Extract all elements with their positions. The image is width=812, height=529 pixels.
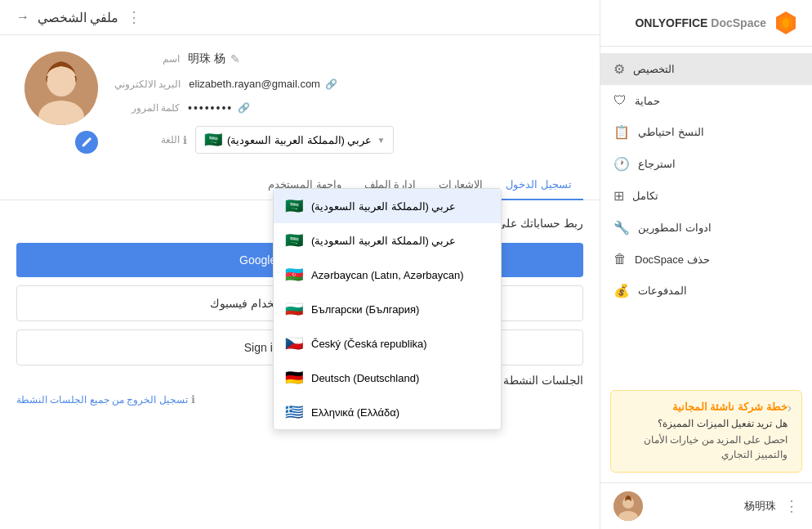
lang-flag: 🇸🇦 <box>204 131 222 149</box>
lang-flag-de: 🇩🇪 <box>285 369 303 387</box>
lang-selected-text: عربي (المملكة العربية السعودية) <box>227 134 373 146</box>
lang-option-label: Deutsch (Deutschland) <box>311 372 419 384</box>
email-label: البريد الالكتروني <box>114 78 181 90</box>
lang-option-bg[interactable]: Български (България) 🇧🇬 <box>274 292 501 326</box>
sidebar-item-label: ادوات المطورين <box>638 222 712 234</box>
profile-area: ✎ 明珠 杨 اسم 🔗 elizabeth.rayan@gmail.com ا… <box>0 35 600 170</box>
password-row: 🔗 •••••••• كلمة المرور <box>114 101 583 114</box>
email-value: 🔗 elizabeth.rayan@gmail.com <box>189 78 337 90</box>
sidebar-footer-avatar <box>613 491 643 521</box>
lang-option-de[interactable]: Deutsch (Deutschland) 🇩🇪 <box>274 361 501 395</box>
avatar <box>25 52 98 125</box>
sidebar-item-label: حماية <box>635 95 660 107</box>
sidebar-item-label: استرجاع <box>638 158 676 170</box>
sidebar-item-devtools[interactable]: ادوات المطورين 🔧 <box>600 212 812 244</box>
header-arrow-icon: → <box>16 10 29 25</box>
lang-label: اللغة <box>114 134 180 146</box>
sidebar-item-label: النسخ احتياطي <box>638 126 704 138</box>
lang-flag-az: 🇦🇿 <box>285 266 303 284</box>
sidebar-footer-dots[interactable]: ⋮ <box>784 497 799 515</box>
sidebar: ONLYOFFICE DocSpace التخصيص ⚙ حماية 🛡 ال… <box>600 0 812 529</box>
password-value: 🔗 •••••••• <box>188 101 250 114</box>
sidebar-item-label: التخصيص <box>633 63 675 75</box>
avatar-img <box>25 52 98 125</box>
sidebar-footer: ⋮ 杨明珠 <box>600 482 812 529</box>
name-row: ✎ 明珠 杨 اسم <box>114 52 583 66</box>
lang-flag-bg: 🇧🇬 <box>285 300 303 318</box>
sidebar-item-label: تكامل <box>632 190 658 202</box>
sidebar-item-customization[interactable]: التخصيص ⚙ <box>600 53 812 85</box>
lang-option-label: Český (Česká republika) <box>311 338 427 350</box>
page-title: ملفي الشخصي <box>38 10 118 25</box>
main-content: ⋮ ملفي الشخصي → ✎ 明珠 杨 اسم 🔗 elizabeth.r… <box>0 0 600 529</box>
payments-icon: 💰 <box>613 283 630 298</box>
lang-flag-cs: 🇨🇿 <box>285 334 303 352</box>
lang-flag-ar: 🇸🇦 <box>285 197 303 215</box>
promo-title: خطة شركة ناشئة المجانية <box>621 401 787 413</box>
lang-option-label: عربي (المملكة العربية السعودية) <box>311 235 457 247</box>
lang-option-ar-sa-2[interactable]: عربي (المملكة العربية السعودية) 🇸🇦 <box>274 223 501 258</box>
password-link-icon: 🔗 <box>238 102 250 114</box>
trash-icon: 🗑 <box>613 252 627 267</box>
promo-text: احصل على المزيد من خيارات الأمان والتميي… <box>621 433 787 462</box>
sidebar-item-integration[interactable]: تكامل ⊞ <box>600 180 812 212</box>
lang-option-ar-sa-1[interactable]: عربي (المملكة العربية السعودية) 🇸🇦 <box>274 189 501 223</box>
lang-option-cs[interactable]: Český (Česká republika) 🇨🇿 <box>274 326 501 361</box>
restore-icon: 🕐 <box>613 156 630 172</box>
sidebar-item-payments[interactable]: المدفوعات 💰 <box>600 275 812 307</box>
lang-flag-ar2: 🇸🇦 <box>285 231 303 249</box>
sidebar-item-restore[interactable]: استرجاع 🕐 <box>600 148 812 180</box>
header: ⋮ ملفي الشخصي → <box>0 0 600 35</box>
email-link-icon: 🔗 <box>325 78 337 90</box>
name-value: ✎ 明珠 杨 <box>188 52 240 66</box>
lang-flag-el: 🇬🇷 <box>285 403 303 421</box>
tab-login[interactable]: تسجيل الدخول <box>494 170 583 200</box>
shield-icon: 🛡 <box>613 93 627 108</box>
password-label: كلمة المرور <box>114 102 180 114</box>
name-label: اسم <box>114 53 180 65</box>
email-row: 🔗 elizabeth.rayan@gmail.com البريد الالك… <box>114 78 583 90</box>
promo-question: هل تريد تفعيل الميزات المميزة؟ <box>621 418 787 429</box>
sidebar-logo-text: ONLYOFFICE DocSpace <box>635 16 766 29</box>
sidebar-item-delete[interactable]: حذف DocSpace 🗑 <box>600 244 812 275</box>
lang-option-label: Azərbaycan (Latın, Azərbaycan) <box>311 269 464 281</box>
lang-option-label: Ελληνικά (Ελλάδα) <box>311 406 399 419</box>
profile-form: ✎ 明珠 杨 اسم 🔗 elizabeth.rayan@gmail.com ا… <box>114 52 583 154</box>
backup-icon: 📋 <box>613 124 630 140</box>
name-edit-icon: ✎ <box>230 52 240 65</box>
lang-option-el[interactable]: Ελληνικά (Ελλάδα) 🇬🇷 <box>274 395 501 429</box>
sidebar-footer-name: 杨明珠 <box>651 499 776 513</box>
language-select[interactable]: ▼ عربي (المملكة العربية السعودية) 🇸🇦 <box>195 126 394 154</box>
sessions-info-icon: ℹ <box>191 393 195 406</box>
sidebar-item-label: المدفوعات <box>638 285 687 297</box>
pencil-icon <box>81 137 92 148</box>
sidebar-promo[interactable]: ‹ خطة شركة ناشئة المجانية هل تريد تفعيل … <box>610 390 802 473</box>
lang-row: ▼ عربي (المملكة العربية السعودية) 🇸🇦 ℹ ا… <box>114 126 583 154</box>
language-dropdown: عربي (المملكة العربية السعودية) 🇸🇦 عربي … <box>273 188 502 430</box>
header-dots-icon[interactable]: ⋮ <box>127 8 141 26</box>
lang-option-label: Български (България) <box>311 303 419 316</box>
sidebar-logo: ONLYOFFICE DocSpace <box>600 0 812 47</box>
onlyoffice-logo-icon <box>773 10 799 36</box>
sidebar-item-label: حذف DocSpace <box>635 253 710 266</box>
user-avatar-img <box>613 491 643 521</box>
devtools-icon: 🔧 <box>613 220 630 235</box>
gear-icon: ⚙ <box>613 61 625 77</box>
promo-arrow-icon: ‹ <box>787 401 792 415</box>
lang-option-label: عربي (المملكة العربية السعودية) <box>311 200 457 213</box>
sidebar-item-protection[interactable]: حماية 🛡 <box>600 85 812 116</box>
integration-icon: ⊞ <box>613 188 624 204</box>
avatar-edit-button[interactable] <box>75 131 98 154</box>
sidebar-menu: التخصيص ⚙ حماية 🛡 النسخ احتياطي 📋 استرجا… <box>600 47 812 380</box>
avatar-wrapper <box>16 52 98 154</box>
sidebar-item-backup[interactable]: النسخ احتياطي 📋 <box>600 116 812 148</box>
lang-option-az[interactable]: Azərbaycan (Latın, Azərbaycan) 🇦🇿 <box>274 258 501 292</box>
lang-info-icon: ℹ <box>183 134 187 146</box>
